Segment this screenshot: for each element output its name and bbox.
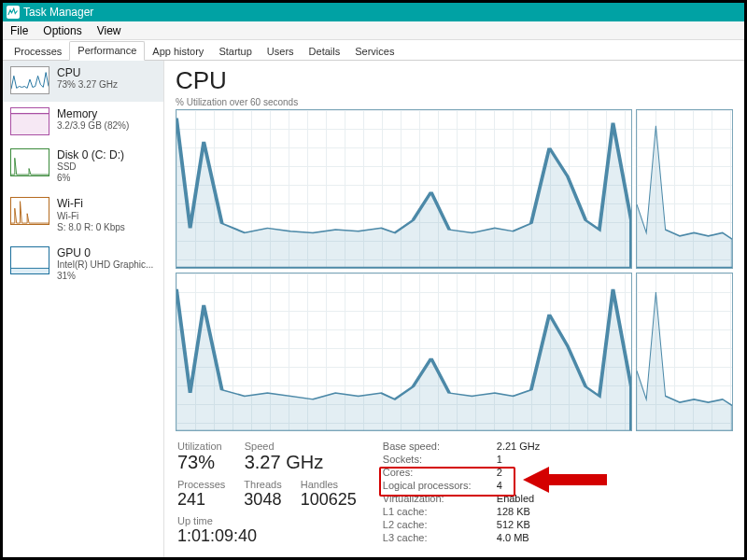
cpu-chart-2	[636, 109, 733, 269]
window-titlebar: Task Manager	[3, 3, 744, 21]
gpu-thumb-icon	[10, 246, 49, 274]
svg-marker-4	[523, 467, 607, 493]
sockets-label: Sockets:	[383, 454, 486, 465]
page-title: CPU	[176, 66, 733, 95]
sidebar-disk-sub2: 6%	[57, 173, 124, 184]
menu-view[interactable]: View	[90, 22, 129, 39]
highlight-box	[379, 467, 515, 497]
tab-services[interactable]: Services	[347, 43, 402, 61]
svg-rect-0	[11, 114, 49, 134]
tab-processes[interactable]: Processes	[7, 43, 69, 61]
tab-users[interactable]: Users	[260, 43, 302, 61]
handles-label: Handles	[301, 479, 357, 490]
chart-axis-label: % Utilization over 60 seconds	[176, 97, 733, 107]
l1-cache-value: 128 KB	[497, 506, 540, 517]
tab-details[interactable]: Details	[302, 43, 348, 61]
sidebar-gpu-title: GPU 0	[57, 246, 153, 259]
sidebar-item-gpu[interactable]: GPU 0 Intel(R) UHD Graphic... 31%	[3, 241, 163, 289]
memory-thumb-icon	[10, 107, 49, 135]
l3-cache-value: 4.0 MB	[497, 532, 540, 543]
tab-performance[interactable]: Performance	[69, 41, 145, 61]
uptime-value: 1:01:09:40	[177, 526, 357, 546]
menubar: File Options View	[3, 21, 744, 40]
sidebar-cpu-title: CPU	[57, 66, 118, 79]
sidebar-cpu-sub: 73% 3.27 GHz	[57, 79, 118, 91]
main-area: CPU 73% 3.27 GHz Memory 3.2/3.9 GB (82%)…	[3, 61, 744, 557]
sidebar-wifi-sub1: Wi-Fi	[57, 211, 125, 222]
sidebar-gpu-sub2: 31%	[57, 271, 153, 282]
cpu-chart-3	[176, 273, 632, 432]
arrow-icon	[523, 465, 607, 495]
l2-cache-value: 512 KB	[497, 519, 540, 530]
stats-area: Utilization 73% Speed 3.27 GHz Processes…	[176, 431, 733, 553]
sidebar-memory-sub: 3.2/3.9 GB (82%)	[57, 120, 129, 132]
content-pane: CPU % Utilization over 60 seconds	[164, 61, 744, 557]
wifi-thumb-icon	[10, 197, 49, 225]
base-speed-label: Base speed:	[383, 441, 486, 452]
menu-file[interactable]: File	[3, 22, 35, 39]
speed-label: Speed	[245, 441, 323, 452]
sidebar: CPU 73% 3.27 GHz Memory 3.2/3.9 GB (82%)…	[3, 61, 164, 557]
sidebar-disk-title: Disk 0 (C: D:)	[57, 148, 124, 161]
threads-label: Threads	[244, 479, 281, 490]
base-speed-value: 2.21 GHz	[497, 441, 540, 452]
sidebar-memory-title: Memory	[57, 107, 129, 120]
l2-cache-label: L2 cache:	[383, 519, 486, 530]
cpu-chart-4	[636, 273, 733, 432]
sidebar-wifi-sub2: S: 8.0 R: 0 Kbps	[57, 222, 125, 233]
l1-cache-label: L1 cache:	[383, 506, 486, 517]
disk-thumb-icon	[10, 148, 49, 176]
sidebar-item-cpu[interactable]: CPU 73% 3.27 GHz	[3, 61, 163, 102]
tab-app-history[interactable]: App history	[145, 43, 211, 61]
sidebar-item-disk[interactable]: Disk 0 (C: D:) SSD 6%	[3, 143, 163, 191]
app-icon	[7, 6, 20, 19]
tab-row: Processes Performance App history Startu…	[3, 40, 744, 61]
utilization-value: 73%	[177, 452, 222, 473]
cpu-chart-grid	[176, 109, 733, 431]
sidebar-wifi-title: Wi-Fi	[57, 197, 125, 210]
speed-value: 3.27 GHz	[245, 452, 323, 473]
svg-rect-2	[11, 268, 49, 273]
sidebar-item-wifi[interactable]: Wi-Fi Wi-Fi S: 8.0 R: 0 Kbps	[3, 191, 163, 240]
l3-cache-label: L3 cache:	[383, 532, 486, 543]
sidebar-item-memory[interactable]: Memory 3.2/3.9 GB (82%)	[3, 102, 163, 143]
window-title: Task Manager	[23, 6, 93, 19]
tab-startup[interactable]: Startup	[211, 43, 259, 61]
processes-label: Processes	[177, 479, 225, 490]
uptime-label: Up time	[177, 515, 357, 526]
sockets-value: 1	[497, 454, 540, 465]
sidebar-gpu-sub1: Intel(R) UHD Graphic...	[57, 259, 153, 271]
menu-options[interactable]: Options	[35, 22, 89, 39]
utilization-label: Utilization	[177, 441, 222, 452]
cpu-thumb-icon	[10, 66, 49, 94]
threads-value: 3048	[244, 490, 281, 510]
cpu-chart-1	[176, 109, 632, 269]
handles-value: 100625	[301, 490, 357, 510]
sidebar-disk-sub1: SSD	[57, 161, 124, 173]
processes-value: 241	[177, 490, 225, 510]
